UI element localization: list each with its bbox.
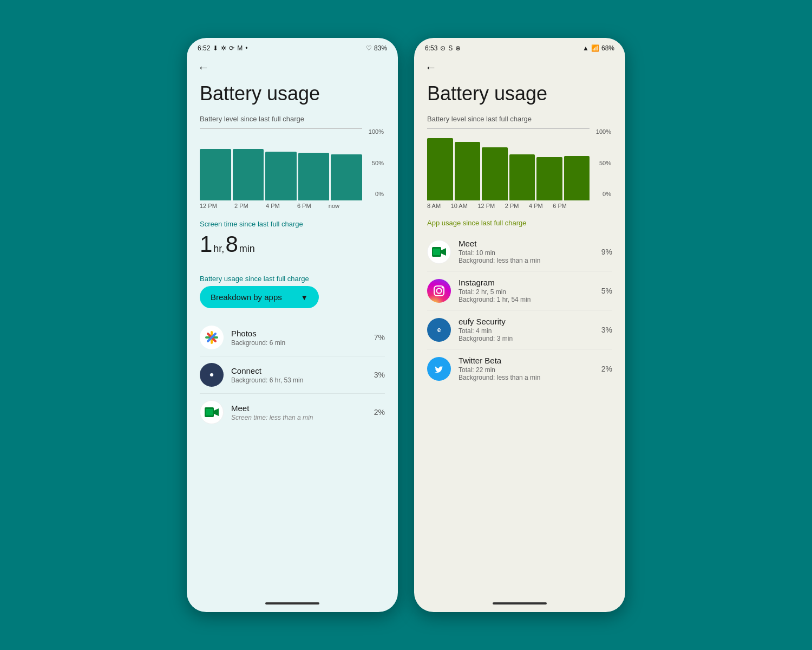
connect-percentage: 3% <box>374 370 385 379</box>
dropdown-arrow-icon: ▼ <box>300 293 308 302</box>
battery-chart-left: 100% 50% 0% 12 PM 2 PM 4 PM 6 PM <box>200 128 385 209</box>
x-label-4pm-r: 4 PM <box>529 203 543 209</box>
screen-content-left: Battery usage Battery level since last f… <box>187 78 398 597</box>
meet-icon-left <box>200 400 224 424</box>
x-label-2pm: 2 PM <box>234 203 248 209</box>
time-left: 6:52 <box>198 44 210 52</box>
page-title-right: Battery usage <box>427 82 612 105</box>
photos-name: Photos <box>231 329 369 338</box>
eufy-icon: e <box>427 318 451 342</box>
bar-r4 <box>509 154 535 200</box>
x-label-12pm: 12 PM <box>200 203 217 209</box>
vpn-icon: ⊙ <box>440 44 446 52</box>
bottom-nav-right <box>414 597 625 612</box>
svg-point-7 <box>437 288 442 293</box>
hr-label: hr, <box>213 243 224 255</box>
x-label-2pm-r: 2 PM <box>505 203 519 209</box>
y-label-0-r: 0% <box>603 191 611 197</box>
app-item-meet-right: Meet Total: 10 min Background: less than… <box>427 232 612 271</box>
meet-name-right: Meet <box>459 239 596 248</box>
app-list-left: Photos Background: 6 min 7% Connect Back… <box>200 319 385 426</box>
battery-right: 68% <box>601 44 614 52</box>
eufy-percentage: 3% <box>601 326 612 334</box>
back-button-right[interactable]: ← <box>425 61 437 74</box>
wifi-icon: ♡ <box>366 44 372 52</box>
meet-name-left: Meet <box>231 404 369 413</box>
photos-detail: Background: 6 min <box>231 339 369 347</box>
y-label-50-r: 50% <box>599 160 611 166</box>
y-label-100-r: 100% <box>596 128 611 135</box>
dot-icon: • <box>245 44 247 52</box>
photos-info: Photos Background: 6 min <box>231 329 369 347</box>
chart-top-line <box>200 128 362 129</box>
left-phone: 6:52 ⬇ ✲ ⟳ M • ♡ 83% ← Battery usage Bat… <box>187 38 398 612</box>
eufy-info: eufy Security Total: 4 min Background: 3… <box>459 317 596 342</box>
chart-bars-right: 8 AM 10 AM 12 PM 2 PM 4 PM 6 PM <box>427 128 590 209</box>
instagram-detail1: Total: 2 hr, 5 min <box>459 288 596 296</box>
connect-info: Connect Background: 6 hr, 53 min <box>231 366 369 384</box>
app-item-photos: Photos Background: 6 min 7% <box>200 319 385 356</box>
meet-percentage-right: 9% <box>601 248 612 256</box>
bar-2 <box>233 149 264 200</box>
sync-icon: ⟳ <box>229 44 234 52</box>
breakdown-button[interactable]: Breakdown by apps ▼ <box>200 286 319 308</box>
bottom-indicator-right <box>493 602 547 604</box>
bar-r6 <box>564 156 590 200</box>
instagram-icon <box>427 279 451 303</box>
twitter-info: Twitter Beta Total: 22 min Background: l… <box>459 356 596 381</box>
app-item-meet-truncated: Meet Screen time: less than a min 2% <box>200 394 385 426</box>
y-label-100: 100% <box>369 128 384 135</box>
starbucks-icon: S <box>448 44 453 52</box>
meet-icon-right <box>427 240 451 264</box>
battery-chart-right: 100% 50% 0% 8 AM 10 AM 12 PM <box>427 128 612 209</box>
nav-bar-right: ← <box>414 55 625 78</box>
cast-icon: ⊕ <box>455 44 461 52</box>
svg-text:e: e <box>437 326 441 334</box>
status-left-right: 6:53 ⊙ S ⊕ <box>425 44 461 52</box>
battery-left: 83% <box>374 44 387 52</box>
svg-rect-5 <box>433 249 440 255</box>
app-item-instagram: Instagram Total: 2 hr, 5 min Background:… <box>427 271 612 310</box>
screen-time-value: 1hr, 8min <box>200 231 385 257</box>
time-right: 6:53 <box>425 44 437 52</box>
chart-y-labels-left: 100% 50% 0% <box>369 128 385 197</box>
hours-value: 1 <box>200 231 212 257</box>
breakdown-button-label: Breakdown by apps <box>211 292 282 302</box>
status-right-left: ♡ 83% <box>366 44 387 52</box>
y-label-0: 0% <box>375 191 384 197</box>
bar-r3 <box>482 147 508 200</box>
meet-percentage-left: 2% <box>374 408 385 417</box>
chart-y-labels-right: 100% 50% 0% <box>596 128 612 197</box>
instagram-info: Instagram Total: 2 hr, 5 min Background:… <box>459 278 596 303</box>
twitter-name: Twitter Beta <box>459 356 596 365</box>
twitter-detail2: Background: less than a min <box>459 374 596 381</box>
bar-3 <box>265 152 297 200</box>
meet-detail1-right: Total: 10 min <box>459 249 596 257</box>
x-label-12pm-r: 12 PM <box>477 203 495 209</box>
meet-info-left: Meet Screen time: less than a min <box>231 404 369 421</box>
minutes-value: 8 <box>225 231 238 257</box>
bar-1 <box>200 149 231 200</box>
right-phone: 6:53 ⊙ S ⊕ ▲ 📶 68% ← Battery usage Batte… <box>414 38 625 612</box>
bar-r2 <box>455 142 481 200</box>
back-button-left[interactable]: ← <box>198 61 209 74</box>
svg-point-8 <box>442 287 443 288</box>
bar-r1 <box>427 138 453 200</box>
app-usage-header: App usage since last full charge <box>427 219 612 227</box>
status-bar-left: 6:52 ⬇ ✲ ⟳ M • ♡ 83% <box>187 38 398 55</box>
bars-container-right <box>427 130 590 200</box>
svg-rect-3 <box>206 409 213 415</box>
eufy-detail1: Total: 4 min <box>459 327 596 335</box>
instagram-detail2: Background: 1 hr, 54 min <box>459 296 596 303</box>
download-icon: ⬇ <box>213 44 218 52</box>
page-title-left: Battery usage <box>200 82 385 105</box>
min-label: min <box>239 243 255 255</box>
twitter-icon <box>427 357 451 381</box>
gmail-icon: M <box>237 44 243 52</box>
wifi-icon-right: ▲ <box>582 44 589 52</box>
chart-bars-left: 12 PM 2 PM 4 PM 6 PM now <box>200 128 362 209</box>
signal-icon: 📶 <box>591 44 599 52</box>
bluetooth-icon: ✲ <box>221 44 226 52</box>
screen-content-right: Battery usage Battery level since last f… <box>414 78 625 597</box>
y-label-50: 50% <box>372 160 384 166</box>
